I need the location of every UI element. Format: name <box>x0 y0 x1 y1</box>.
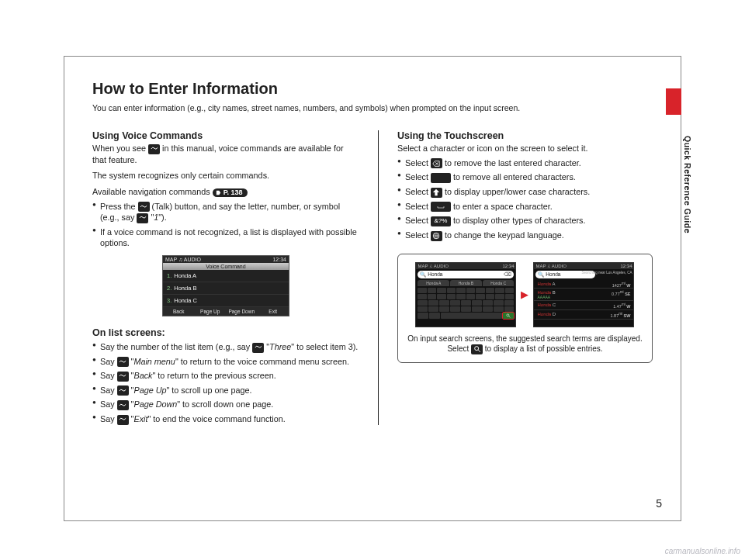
onscreen-keyboard <box>416 286 515 320</box>
touchscreen-bullet-list: Select to remove the last entered charac… <box>397 157 653 241</box>
list-item: Select &?% to display other types of cha… <box>397 215 653 226</box>
page-subtitle: You can enter information (e.g., city na… <box>92 102 653 113</box>
talk-icon <box>148 144 160 154</box>
list-item: Say "Back" to return to the previous scr… <box>92 370 359 382</box>
search-button-highlighted <box>503 313 514 319</box>
section-tab-red <box>666 88 681 115</box>
result-row: Honda BAAAAA0.77mi SE <box>534 289 633 301</box>
talk-icon <box>117 415 129 425</box>
result-row: Honda D1.87mi SW <box>534 310 633 320</box>
page-number: 5 <box>656 497 662 510</box>
page-reference-pill: P. 138 <box>213 188 248 197</box>
talk-icon <box>117 357 129 367</box>
shot-row: 1.Honda A <box>163 270 289 282</box>
list-screens-list: Say the number of the list item (e.g., s… <box>92 341 359 425</box>
text: Press the <box>100 202 138 211</box>
suggestion-tab: Honda B <box>450 280 482 286</box>
space-icon <box>431 202 451 212</box>
list-item: Say "Page Down" to scroll down one page. <box>92 399 359 410</box>
voice-command-text: Page Down <box>133 399 177 409</box>
shift-icon <box>431 188 442 198</box>
shot-tabs: MAP ♫ AUDIO <box>165 257 201 262</box>
column-touchscreen: Using the Touchscreen Select a character… <box>378 130 653 425</box>
voice-recognizes: The system recognizes only certain comma… <box>92 170 359 181</box>
shot-header: Voice Command <box>163 263 289 270</box>
voice-command-text: Main menu <box>133 357 175 366</box>
svg-point-1 <box>507 313 509 316</box>
list-item: If a voice command is not recognized, a … <box>92 226 359 249</box>
section-side-label: Quick Reference Guide <box>683 136 692 233</box>
globe-icon <box>431 231 442 241</box>
voice-command-screenshot: MAP ♫ AUDIO 12:34 Voice Command 1.Honda … <box>162 255 289 316</box>
list-item: Say "Exit" to end the voice command func… <box>92 413 359 425</box>
list-item: Say "Main menu" to return to the voice c… <box>92 356 359 368</box>
results-screenshot: MAP ♫ AUDIO12:34 🔍 Honda Searching near … <box>533 262 634 327</box>
touchscreen-intro: Select a character or icon on the screen… <box>397 143 653 154</box>
svg-point-2 <box>474 347 478 351</box>
talk-icon <box>117 385 129 396</box>
list-item: Select to enter a space character. <box>397 201 653 213</box>
list-screens-heading: On list screens: <box>92 327 359 338</box>
list-item: Say "Page Up" to scroll up one page. <box>92 385 359 396</box>
list-item: Select to remove the last entered charac… <box>397 157 653 169</box>
search-field: 🔍 Honda⌫ <box>418 271 514 278</box>
voice-command-text: Back <box>133 371 152 380</box>
column-voice: Using Voice Commands When you see in thi… <box>92 130 378 425</box>
shot-row: 2.Honda B <box>163 282 289 295</box>
voice-command-text: Exit <box>133 414 147 423</box>
touchscreen-heading: Using the Touchscreen <box>397 130 653 141</box>
page-title: How to Enter Information <box>92 80 653 98</box>
result-row: Honda A1427mi W <box>534 280 633 289</box>
arrow-right-icon: ▶ <box>521 289 528 300</box>
voice-available: Available navigation commands P. 138 <box>92 186 359 198</box>
symbols-icon: &?% <box>431 216 451 226</box>
figure-caption: On input search screens, the suggested s… <box>406 334 644 354</box>
list-item: Select to display upper/lower case chara… <box>397 186 653 198</box>
suggestion-tab: Honda C <box>483 280 515 286</box>
shot-footer: Back Page Up Page Down Exit <box>163 307 289 316</box>
search-location-caption: Searching near Los Angeles, CA <box>581 271 632 275</box>
text: When you see <box>92 143 148 153</box>
list-item: Select to remove all entered characters. <box>397 171 653 183</box>
clear-all-icon <box>431 173 451 183</box>
delete-char-icon <box>431 158 442 168</box>
keyboard-screenshot: MAP ♫ AUDIO12:34 🔍 Honda⌫ Honda A Honda … <box>415 262 516 327</box>
text: "). <box>158 213 166 222</box>
manual-page: How to Enter Information You can enter i… <box>64 56 681 521</box>
suggestion-tab: Honda A <box>418 280 449 286</box>
voice-bullet-list: Press the (Talk) button, and say the let… <box>92 201 359 249</box>
talk-icon <box>138 202 150 212</box>
text: Available navigation commands <box>92 187 213 196</box>
search-icon <box>471 344 483 354</box>
shot-row: 3.Honda C <box>163 295 289 307</box>
clear-icon: ⌫ <box>504 271 511 278</box>
list-item: Select to change the keypad language. <box>397 230 653 241</box>
page-ref-text: P. 138 <box>224 189 243 196</box>
list-item: Press the (Talk) button, and say the let… <box>92 201 359 223</box>
shot-clock: 12:34 <box>272 257 286 262</box>
watermark: carmanualsonline.info <box>665 547 740 555</box>
voice-command-text: Three <box>269 342 291 351</box>
talk-icon <box>117 400 129 410</box>
touchscreen-figure: MAP ♫ AUDIO12:34 🔍 Honda⌫ Honda A Honda … <box>397 254 653 363</box>
voice-heading: Using Voice Commands <box>92 130 359 141</box>
talk-icon <box>137 213 148 223</box>
talk-icon <box>117 372 129 382</box>
voice-command-text: Page Up <box>133 385 166 395</box>
list-item: Say the number of the list item (e.g., s… <box>92 341 359 353</box>
talk-icon <box>252 343 264 353</box>
voice-intro: When you see in this manual, voice comma… <box>92 143 359 165</box>
result-row: Honda C1.47mi W <box>534 301 633 310</box>
